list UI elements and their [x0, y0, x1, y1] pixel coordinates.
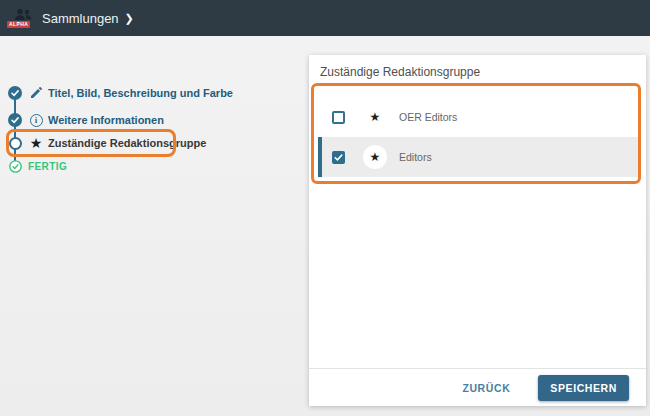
group-row-editors[interactable]: ★ Editors — [318, 137, 640, 177]
pencil-icon — [28, 86, 44, 100]
dialog-title: Zuständige Redaktionsgruppe — [320, 65, 480, 79]
alpha-badge: ALPHA — [7, 21, 30, 28]
check-circle-icon — [8, 159, 22, 173]
save-button[interactable]: SPEICHERN — [538, 375, 629, 401]
checkbox-checked[interactable] — [332, 151, 345, 164]
star-icon: ★ — [370, 111, 381, 123]
step-label: Weitere Informationen — [48, 114, 164, 126]
star-icon: ★ — [370, 151, 381, 163]
group-avatar: ★ — [363, 105, 387, 129]
info-icon: i — [28, 114, 44, 127]
group-label: OER Editors — [399, 111, 457, 123]
group-label: Editors — [399, 151, 432, 163]
step-label: Titel, Bild, Beschreibung und Farbe — [48, 87, 233, 99]
dialog-footer: ZURÜCK SPEICHERN — [309, 368, 646, 406]
step-label: FERTIG — [28, 161, 67, 172]
people-icon — [14, 8, 32, 22]
stepper-connector — [14, 93, 16, 166]
check-circle-icon — [8, 113, 22, 127]
step-label: Zuständige Redaktionsgruppe — [48, 137, 206, 149]
dialog-card: Zuständige Redaktionsgruppe ★ OER Editor… — [309, 55, 646, 406]
group-avatar: ★ — [363, 145, 387, 169]
group-row-oer-editors[interactable]: ★ OER Editors — [318, 97, 640, 137]
check-circle-icon — [8, 86, 22, 100]
back-button[interactable]: ZURÜCK — [462, 382, 510, 394]
app-topbar: ALPHA Sammlungen ❯ — [0, 0, 650, 36]
star-icon: ★ — [28, 136, 44, 150]
selected-row-indicator — [318, 137, 322, 177]
app-logo[interactable]: ALPHA — [7, 6, 33, 30]
checkbox-unchecked[interactable] — [332, 111, 345, 124]
breadcrumb-chevron-icon: ❯ — [125, 12, 134, 25]
active-step-circle-icon — [9, 137, 22, 150]
breadcrumb[interactable]: Sammlungen — [42, 11, 119, 26]
